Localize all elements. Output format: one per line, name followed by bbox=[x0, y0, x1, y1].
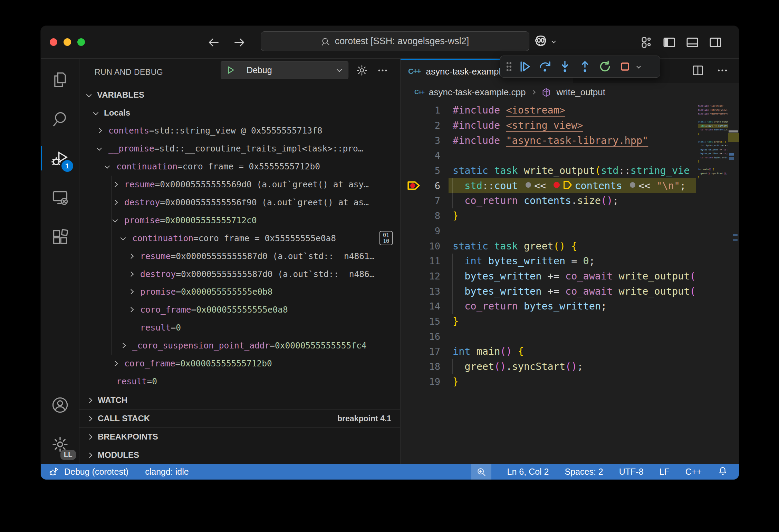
sidebar-item-remote-explorer[interactable] bbox=[41, 178, 79, 217]
stop-button[interactable] bbox=[616, 57, 634, 76]
code-line: 1#include <iostream> bbox=[401, 103, 696, 118]
inline-breakpoint-candidate-icon[interactable] bbox=[630, 182, 635, 188]
restart-button[interactable] bbox=[596, 57, 614, 76]
minimap-line: #include <string_view> bbox=[698, 108, 728, 112]
toggle-primary-sidebar-button[interactable] bbox=[662, 35, 676, 50]
line-number: 17 bbox=[426, 346, 440, 357]
variable-row[interactable]: continuation = coro frame = 0x5555555712… bbox=[79, 158, 400, 176]
more-actions-button[interactable] bbox=[375, 63, 390, 78]
step-into-button[interactable] bbox=[556, 57, 574, 76]
code-text: } bbox=[453, 210, 459, 221]
debug-settings-button[interactable] bbox=[354, 63, 369, 78]
watch-section-header[interactable]: WATCH bbox=[79, 391, 400, 409]
variables-section-header[interactable]: VARIABLES bbox=[79, 86, 400, 104]
status-language[interactable]: C++ bbox=[685, 467, 702, 477]
code-editor[interactable]: 1#include <iostream>2#include <string_vi… bbox=[401, 101, 739, 464]
start-debug-button[interactable] bbox=[221, 61, 240, 79]
twistie-icon[interactable] bbox=[126, 290, 135, 294]
toggle-panel-button[interactable] bbox=[685, 35, 699, 50]
locals-scope-header[interactable]: Locals bbox=[79, 104, 400, 122]
accounts-button[interactable] bbox=[41, 385, 79, 425]
step-over-button[interactable] bbox=[536, 57, 554, 76]
twistie-icon[interactable] bbox=[95, 129, 104, 132]
variable-value: 0x0000555555555fc4 bbox=[275, 341, 367, 351]
split-editor-button[interactable] bbox=[691, 64, 704, 78]
debug-session-chevron[interactable] bbox=[636, 63, 640, 70]
sidebar-item-search[interactable] bbox=[41, 99, 79, 139]
inline-breakpoint-candidate-icon[interactable] bbox=[526, 182, 531, 188]
debug-restart-icon bbox=[598, 60, 612, 73]
forward-button[interactable] bbox=[233, 35, 247, 50]
variable-row[interactable]: __promise = std::__coroutine_traits_impl… bbox=[79, 140, 400, 158]
twistie-icon[interactable] bbox=[103, 165, 112, 168]
line-number: 13 bbox=[426, 286, 440, 297]
status-debug-session[interactable]: Debug (corotest) bbox=[41, 466, 128, 477]
variable-row[interactable]: result = 0 bbox=[79, 372, 400, 390]
status-encoding[interactable]: UTF-8 bbox=[619, 467, 644, 477]
minimap-line: static task greet() { bbox=[698, 140, 728, 144]
close-window-button[interactable] bbox=[50, 38, 57, 46]
breadcrumb-file[interactable]: async-task-example.cpp bbox=[429, 87, 526, 98]
sidebar-item-extensions[interactable] bbox=[41, 217, 79, 257]
status-eol[interactable]: LF bbox=[660, 467, 670, 477]
twistie-icon[interactable] bbox=[95, 147, 104, 150]
step-out-button[interactable] bbox=[576, 57, 594, 76]
call-stack-section-header[interactable]: CALL STACK breakpoint 4.1 bbox=[79, 409, 400, 427]
maximize-window-button[interactable] bbox=[77, 38, 85, 46]
breadcrumb-symbol[interactable]: write_output bbox=[556, 87, 605, 98]
tree-indent-guide bbox=[112, 176, 112, 355]
notifications-button[interactable] bbox=[718, 466, 728, 478]
status-indentation[interactable]: Spaces: 2 bbox=[565, 467, 603, 477]
status-cursor-position[interactable]: Ln 6, Col 2 bbox=[507, 467, 549, 477]
variable-row[interactable]: resume = 0x00005555555587d0 (a.out`std::… bbox=[79, 247, 400, 265]
variable-row[interactable]: promise = 0x00005555555712c0 bbox=[79, 211, 400, 229]
command-center-search[interactable]: corotest [SSH: avogelsges-wsl2] bbox=[261, 31, 529, 51]
run-and-debug-panel: RUN AND DEBUG Debug bbox=[79, 59, 401, 464]
view-binary-data-icon[interactable]: 0110 bbox=[379, 231, 393, 245]
status-clangd[interactable]: clangd: idle bbox=[145, 467, 189, 477]
variable-row[interactable]: contents = std::string_view @ 0x55555557… bbox=[79, 122, 400, 140]
variable-equals: = bbox=[154, 144, 160, 154]
toggle-secondary-sidebar-button[interactable] bbox=[709, 35, 722, 50]
launch-configuration-picker[interactable]: Debug bbox=[221, 61, 348, 79]
sidebar-item-explorer[interactable] bbox=[41, 60, 79, 99]
sidebar-item-run-and-debug[interactable]: 1 bbox=[41, 139, 79, 178]
minimize-window-button[interactable] bbox=[64, 38, 71, 46]
variable-equals: = bbox=[160, 197, 165, 207]
toolbar-drag-handle[interactable] bbox=[504, 57, 514, 76]
copilot-menu-button[interactable] bbox=[533, 33, 555, 49]
code-text: } bbox=[453, 316, 459, 327]
variable-row[interactable]: result = 0 bbox=[79, 319, 400, 337]
customize-layout-button[interactable] bbox=[639, 35, 653, 50]
breakpoint-gutter[interactable] bbox=[401, 179, 426, 193]
variable-row[interactable]: coro_frame = 0x000055555555e0a8 bbox=[79, 301, 400, 319]
inline-breakpoint-icon[interactable] bbox=[554, 182, 560, 188]
minimap[interactable]: #include <iostream>#include <string_view… bbox=[696, 101, 739, 464]
indent-guide bbox=[452, 254, 453, 269]
variable-row[interactable]: resume = 0x00005555555569d0 (a.out`greet… bbox=[79, 176, 400, 194]
code-text: static task greet() { bbox=[453, 240, 577, 252]
twistie-icon[interactable] bbox=[110, 362, 119, 365]
back-button[interactable] bbox=[206, 35, 220, 50]
twistie-icon[interactable] bbox=[126, 272, 135, 276]
status-screencast-zoom[interactable] bbox=[471, 464, 491, 480]
variable-row[interactable]: destroy = 0x00005555555587d0 (a.out`std:… bbox=[79, 265, 400, 283]
breakpoints-section-header[interactable]: BREAKPOINTS bbox=[79, 427, 400, 446]
variable-row[interactable]: destroy = 0x0000555555556f90 (a.out`gree… bbox=[79, 194, 400, 211]
twistie-icon[interactable] bbox=[126, 254, 135, 258]
twistie-icon[interactable] bbox=[118, 344, 127, 347]
modules-section-header[interactable]: MODULES bbox=[79, 446, 400, 464]
variable-row[interactable]: coro_frame = 0x00005555555712b0 bbox=[79, 355, 400, 373]
continue-button[interactable] bbox=[516, 57, 534, 76]
variable-equals: = bbox=[149, 126, 154, 136]
variable-row[interactable]: continuation = coro frame = 0x55555555e0… bbox=[79, 229, 400, 247]
variable-row[interactable]: _coro_suspension_point_addr = 0x00005555… bbox=[79, 337, 400, 355]
code-line: 6 std::cout << contents << "\n"; bbox=[401, 178, 696, 193]
twistie-icon[interactable] bbox=[118, 236, 127, 240]
sidebar-title: RUN AND DEBUG bbox=[95, 68, 163, 77]
editor-more-actions-button[interactable] bbox=[716, 64, 729, 78]
twistie-icon[interactable] bbox=[126, 308, 135, 312]
chevron-down-icon bbox=[93, 110, 99, 115]
variable-row[interactable]: promise = 0x000055555555e0b8 bbox=[79, 283, 400, 301]
settings-button[interactable]: LL bbox=[41, 425, 79, 464]
